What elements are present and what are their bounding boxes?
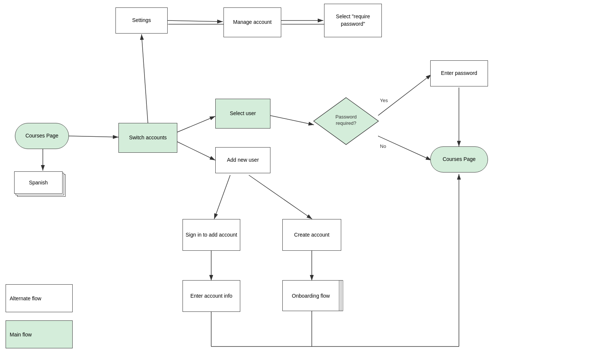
require-password-label: Select "require password" — [324, 13, 381, 28]
add-new-user-node: Add new user — [215, 147, 270, 173]
enter-password-node: Enter password — [430, 60, 488, 86]
select-user-label: Select user — [230, 110, 256, 117]
sign-in-label: Sign in to add account — [186, 231, 237, 239]
legend-alternate-label: Alternate flow — [10, 295, 41, 301]
onboarding-flow-label: Onboarding flow — [292, 293, 330, 299]
switch-accounts-label: Switch accounts — [129, 134, 167, 142]
svg-line-2 — [168, 20, 223, 22]
svg-line-9 — [177, 116, 215, 132]
manage-account-node: Manage account — [224, 7, 281, 37]
svg-line-12 — [378, 75, 431, 115]
spanish-node: Spanish — [14, 171, 66, 197]
legend-main-label: Main flow — [10, 332, 32, 338]
legend-alternate-box: Alternate flow — [6, 284, 73, 312]
svg-line-16 — [249, 175, 312, 219]
add-new-user-label: Add new user — [227, 156, 259, 164]
svg-line-7 — [69, 136, 118, 137]
svg-line-6 — [142, 34, 148, 123]
create-account-node: Create account — [282, 219, 341, 251]
courses-page-right-node: Courses Page — [430, 146, 488, 172]
courses-page-left-label: Courses Page — [25, 132, 58, 140]
courses-page-left-node: Courses Page — [15, 123, 69, 149]
legend-main-box: Main flow — [6, 320, 73, 348]
svg-text:Password: Password — [335, 114, 356, 120]
svg-line-11 — [270, 115, 314, 125]
settings-label: Settings — [132, 17, 151, 24]
sign-in-node: Sign in to add account — [183, 219, 240, 251]
select-user-node: Select user — [215, 99, 270, 129]
switch-accounts-node: Switch accounts — [118, 123, 177, 153]
password-required-node: Password required? — [313, 97, 379, 145]
onboarding-flow-node: Onboarding flow — [282, 280, 343, 312]
diagram-container: Settings Manage account Select "require … — [0, 0, 596, 364]
require-password-node: Select "require password" — [324, 4, 382, 37]
courses-page-right-label: Courses Page — [443, 156, 476, 163]
enter-account-info-label: Enter account info — [190, 292, 232, 300]
enter-account-info-node: Enter account info — [183, 280, 240, 312]
svg-text:required?: required? — [336, 120, 356, 126]
yes-label: Yes — [380, 98, 388, 103]
spanish-label: Spanish — [29, 180, 48, 186]
enter-password-label: Enter password — [441, 70, 477, 77]
svg-line-15 — [214, 175, 230, 219]
settings-node: Settings — [115, 7, 168, 34]
svg-line-10 — [177, 142, 215, 160]
no-label: No — [380, 143, 386, 149]
manage-account-label: Manage account — [233, 19, 272, 26]
create-account-label: Create account — [294, 231, 330, 239]
